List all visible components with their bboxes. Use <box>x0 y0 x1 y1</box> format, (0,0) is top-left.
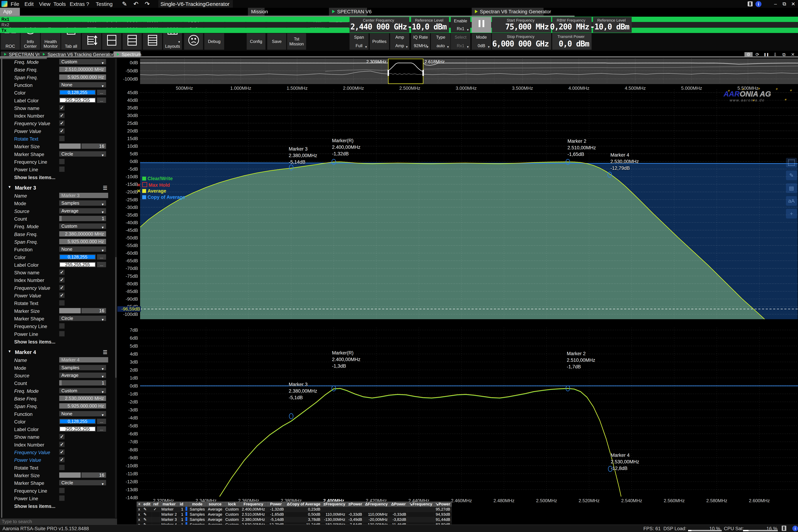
power-value-checkbox[interactable]: ✓ <box>59 128 64 134</box>
marker-size-slider[interactable] <box>59 472 81 478</box>
label-color-swatch-field[interactable]: 255,255,255 <box>59 262 96 267</box>
marker-shape-dropdown[interactable]: Circle▼ <box>59 151 106 157</box>
rotate-text-checkbox[interactable] <box>59 300 64 306</box>
stop-frequency-display[interactable]: Stop Frequency6,000 000 GHz <box>492 33 551 50</box>
refresh-icon[interactable]: ⟳ <box>753 52 761 57</box>
table-header[interactable]: ΔFrequency <box>364 502 389 507</box>
base-freq--field[interactable]: 2.510,000000 MHz <box>59 67 106 72</box>
menu-item-edit[interactable]: Edit <box>23 1 35 7</box>
label-color-swatch-field[interactable]: 255,255,255 <box>59 97 96 103</box>
section-menu-icon[interactable]: ☰ <box>103 349 107 355</box>
color-picker-button[interactable]: ... <box>97 419 106 424</box>
profiles-button[interactable]: Profiles <box>370 33 389 50</box>
gear-icon[interactable]: ⚙ <box>744 52 753 57</box>
table-header[interactable]: ref <box>152 502 160 507</box>
marker-shape-dropdown[interactable]: Circle▼ <box>59 480 106 486</box>
collapse-arrow-icon[interactable]: ▼ <box>8 185 11 189</box>
edit-cell[interactable]: ✎ <box>142 512 152 517</box>
frequency-value-checkbox[interactable]: ✓ <box>59 120 64 126</box>
table-header[interactable]: ±Frequency <box>322 502 347 507</box>
span-freq--field[interactable]: 5.925.000.000 Hz <box>59 75 106 80</box>
count-stepper[interactable]: 1 <box>59 216 106 221</box>
search-input[interactable]: Type to search <box>0 518 119 525</box>
section-menu-icon[interactable]: ☰ <box>103 185 107 191</box>
chart-tool-2[interactable]: ▤ <box>786 183 797 193</box>
power-line-checkbox[interactable] <box>59 495 64 501</box>
delete-cell[interactable]: x <box>137 512 142 517</box>
close-button[interactable]: ✕ <box>790 1 796 7</box>
show-less-items-link[interactable]: Show less items... <box>14 175 56 180</box>
table-header[interactable]: source <box>206 502 224 507</box>
frequency-line-checkbox[interactable] <box>59 159 64 164</box>
tab-spectran-v6[interactable]: SPECTRAN V6 <box>329 8 367 16</box>
show-less-items-link[interactable]: Show less items... <box>14 339 56 345</box>
amp-dropdown[interactable]: AmpAmp▼ <box>390 33 409 50</box>
name-field[interactable]: Marker 3 <box>59 193 108 198</box>
delete-cell[interactable]: x <box>137 517 142 522</box>
mode-dropdown[interactable]: Mode0dB▼ <box>472 33 491 50</box>
table-header[interactable]: ↘Power <box>434 502 452 507</box>
table-row[interactable]: x✎✓Marker1SamplesAverageCustom2.400,00MH… <box>137 507 452 512</box>
base-freq--field[interactable]: 2.380,000000 MHz <box>59 231 106 236</box>
freq-mode-dropdown[interactable]: Custom▼ <box>59 388 106 393</box>
label-color-picker-button[interactable]: ... <box>97 262 106 267</box>
mode-dropdown[interactable]: Samples▼ <box>59 201 106 206</box>
legend-copy-of-average[interactable]: Copy of Average <box>137 194 185 200</box>
menu-item-testing[interactable]: Testing <box>94 1 114 7</box>
table-header[interactable]: ↘Frequency <box>408 502 434 507</box>
frequency-value-checkbox[interactable]: ✓ <box>59 449 64 455</box>
sidebar-right-scrollbar-track[interactable] <box>115 58 117 518</box>
power-value-checkbox[interactable]: ✓ <box>59 292 64 298</box>
table-header[interactable]: Frequency <box>240 502 267 507</box>
function-dropdown[interactable]: None▼ <box>59 411 106 416</box>
frown-button[interactable] <box>184 33 203 50</box>
source-dropdown[interactable]: Average▼ <box>59 208 106 213</box>
collapse-arrow-icon[interactable]: ▼ <box>8 349 11 354</box>
legend-clear-write[interactable]: Clear/Write <box>137 176 173 182</box>
menu-item-extras[interactable]: Extras <box>68 1 86 7</box>
table-header[interactable]: Power <box>267 502 285 507</box>
debug-button[interactable]: Debug <box>204 33 224 50</box>
label-color-picker-button[interactable]: ... <box>97 97 106 103</box>
source-dropdown[interactable]: Average▼ <box>59 373 106 378</box>
marker-size-slider[interactable] <box>59 308 81 314</box>
marker-size-slider[interactable] <box>59 144 81 149</box>
layout-3-rows-button[interactable] <box>122 33 142 50</box>
legend-max-hold[interactable]: ✕Max Hold <box>137 182 170 188</box>
table-header[interactable] <box>185 502 188 507</box>
chart-tool-0[interactable] <box>786 158 797 167</box>
tab-app[interactable]: App <box>0 8 20 16</box>
index-number-checkbox[interactable]: ✓ <box>59 113 64 118</box>
span-dropdown[interactable]: SpanFull▼ <box>349 33 368 50</box>
table-row[interactable]: x✎Marker 31SamplesAverageCustom2.380,00M… <box>137 517 452 522</box>
color-picker-button[interactable]: ... <box>97 254 106 260</box>
menu-item-file[interactable]: File <box>9 1 21 7</box>
layout-4-rows-button[interactable] <box>143 33 162 50</box>
color-picker-button[interactable]: ... <box>97 90 106 95</box>
tst-mission-button[interactable]: Tst Mission <box>287 33 306 50</box>
type-dropdown[interactable]: Typeauto▼ <box>431 33 451 50</box>
minimize-button[interactable]: – <box>773 1 779 7</box>
index-number-checkbox[interactable]: ✓ <box>59 442 64 447</box>
power-line-checkbox[interactable] <box>59 331 64 336</box>
rotate-text-checkbox[interactable] <box>59 465 64 470</box>
edit-cell[interactable]: ✎ <box>142 517 152 522</box>
legend-close-icon[interactable]: ✕ <box>137 188 142 194</box>
copy-icon[interactable]: ⧉ <box>780 52 788 57</box>
freq-mode-dropdown[interactable]: Custom▼ <box>59 59 106 64</box>
label-color-picker-button[interactable]: ... <box>97 426 106 432</box>
table-header[interactable]: edit <box>142 502 152 507</box>
show-less-items-link[interactable]: Show less items... <box>14 504 56 509</box>
color-swatch-field[interactable]: 0,128,255 <box>59 90 96 95</box>
info-icon[interactable]: i <box>792 526 798 531</box>
show-name-checkbox[interactable]: ✓ <box>59 434 64 439</box>
index-number-checkbox[interactable]: ✓ <box>59 277 64 283</box>
color-swatch-field[interactable]: 0,128,255 <box>59 254 96 260</box>
legend-close-icon[interactable]: ✕ <box>137 183 142 188</box>
select-dropdown[interactable]: SelectRx1▼ <box>451 33 470 50</box>
config-button[interactable]: Config <box>247 33 265 50</box>
table-header[interactable]: ΔCopy of Average <box>285 502 322 507</box>
frequency-value-checkbox[interactable]: ✓ <box>59 285 64 290</box>
color-swatch-field[interactable]: 0,128,255 <box>59 419 96 424</box>
freq-mode-dropdown[interactable]: Custom▼ <box>59 224 106 229</box>
